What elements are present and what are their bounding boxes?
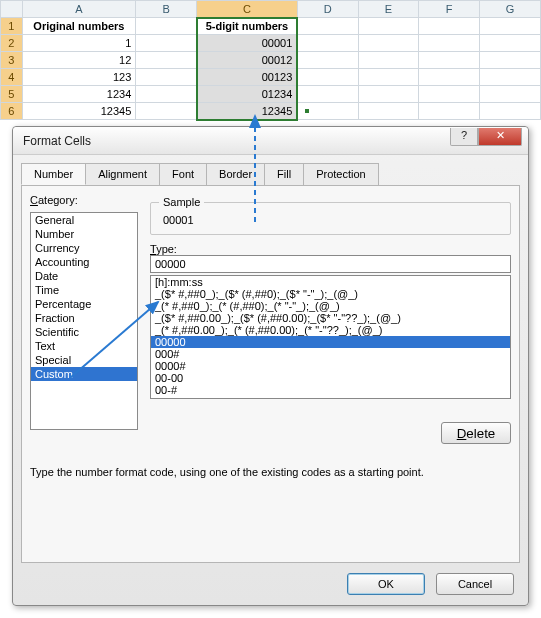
format-code-item[interactable]: 00-00 bbox=[151, 372, 510, 384]
type-label: Type: bbox=[150, 243, 511, 255]
row-header-4[interactable]: 4 bbox=[1, 69, 23, 86]
cell[interactable] bbox=[480, 18, 541, 35]
tab-strip: Number Alignment Font Border Fill Protec… bbox=[21, 163, 520, 185]
cell[interactable] bbox=[419, 18, 480, 35]
category-item[interactable]: General bbox=[31, 213, 137, 227]
format-code-item[interactable]: _(* #,##0.00_);_(* (#,##0.00);_(* "-"??_… bbox=[151, 324, 510, 336]
cell[interactable] bbox=[297, 69, 358, 86]
col-header-c[interactable]: C bbox=[197, 1, 298, 18]
cell[interactable] bbox=[419, 103, 480, 120]
cell[interactable] bbox=[419, 52, 480, 69]
row-header-6[interactable]: 6 bbox=[1, 103, 23, 120]
cell[interactable]: 12 bbox=[22, 52, 136, 69]
row-header-3[interactable]: 3 bbox=[1, 52, 23, 69]
cell[interactable] bbox=[480, 103, 541, 120]
row-header-1[interactable]: 1 bbox=[1, 18, 23, 35]
cell[interactable] bbox=[297, 18, 358, 35]
row-header-5[interactable]: 5 bbox=[1, 86, 23, 103]
format-code-item[interactable]: _(* #,##0_);_(* (#,##0);_(* "-"_);_(@_) bbox=[151, 300, 510, 312]
cell[interactable]: Original numbers bbox=[22, 18, 136, 35]
cell[interactable] bbox=[480, 52, 541, 69]
format-code-item[interactable]: 000-0000 bbox=[151, 396, 510, 399]
cell[interactable] bbox=[358, 69, 419, 86]
col-header-e[interactable]: E bbox=[358, 1, 419, 18]
col-header-f[interactable]: F bbox=[419, 1, 480, 18]
cell[interactable] bbox=[136, 69, 197, 86]
cell[interactable] bbox=[358, 35, 419, 52]
spreadsheet[interactable]: A B C D E F G 1 Original numbers 5-digit… bbox=[0, 0, 541, 121]
row-header-2[interactable]: 2 bbox=[1, 35, 23, 52]
cell[interactable]: 5-digit numbers bbox=[197, 18, 298, 35]
cell[interactable] bbox=[297, 52, 358, 69]
cell[interactable]: 00012 bbox=[197, 52, 298, 69]
format-code-item[interactable]: [h]:mm:ss bbox=[151, 276, 510, 288]
tab-number[interactable]: Number bbox=[21, 163, 86, 185]
cell[interactable] bbox=[297, 86, 358, 103]
tab-protection[interactable]: Protection bbox=[303, 163, 379, 185]
format-code-item[interactable]: 000# bbox=[151, 348, 510, 360]
tab-border[interactable]: Border bbox=[206, 163, 265, 185]
ok-button[interactable]: OK bbox=[347, 573, 425, 595]
cell[interactable]: 12345 bbox=[197, 103, 298, 120]
close-button[interactable]: ✕ bbox=[478, 128, 522, 146]
format-cells-dialog: Format Cells ? ✕ Number Alignment Font B… bbox=[12, 126, 529, 606]
category-item[interactable]: Date bbox=[31, 269, 137, 283]
cell[interactable] bbox=[480, 69, 541, 86]
category-item[interactable]: Number bbox=[31, 227, 137, 241]
cell[interactable] bbox=[297, 35, 358, 52]
cell[interactable] bbox=[136, 35, 197, 52]
cell[interactable] bbox=[136, 86, 197, 103]
category-item[interactable]: Percentage bbox=[31, 297, 137, 311]
col-header-g[interactable]: G bbox=[480, 1, 541, 18]
type-input[interactable] bbox=[150, 255, 511, 273]
delete-button[interactable]: Delete bbox=[441, 422, 511, 444]
format-code-item[interactable]: 00000 bbox=[151, 336, 510, 348]
category-item[interactable]: Currency bbox=[31, 241, 137, 255]
col-header-b[interactable]: B bbox=[136, 1, 197, 18]
tab-fill[interactable]: Fill bbox=[264, 163, 304, 185]
cell[interactable] bbox=[358, 103, 419, 120]
cell[interactable]: 01234 bbox=[197, 86, 298, 103]
dialog-title: Format Cells bbox=[23, 134, 91, 148]
col-header-d[interactable]: D bbox=[297, 1, 358, 18]
category-item[interactable]: Time bbox=[31, 283, 137, 297]
cell[interactable]: 00123 bbox=[197, 69, 298, 86]
cell[interactable] bbox=[136, 103, 197, 120]
category-item[interactable]: Special bbox=[31, 353, 137, 367]
format-code-item[interactable]: 0000# bbox=[151, 360, 510, 372]
format-code-item[interactable]: _($* #,##0.00_);_($* (#,##0.00);_($* "-"… bbox=[151, 312, 510, 324]
help-button[interactable]: ? bbox=[450, 128, 478, 146]
category-item[interactable]: Custom bbox=[31, 367, 137, 381]
format-code-listbox[interactable]: [h]:mm:ss_($* #,##0_);_($* (#,##0);_($* … bbox=[150, 275, 511, 399]
format-code-item[interactable]: 00-# bbox=[151, 384, 510, 396]
cell[interactable]: 1234 bbox=[22, 86, 136, 103]
category-item[interactable]: Accounting bbox=[31, 255, 137, 269]
cell[interactable] bbox=[358, 18, 419, 35]
cell[interactable]: 1 bbox=[22, 35, 136, 52]
category-listbox[interactable]: GeneralNumberCurrencyAccountingDateTimeP… bbox=[30, 212, 138, 430]
cell[interactable]: 00001 bbox=[197, 35, 298, 52]
format-code-item[interactable]: _($* #,##0_);_($* (#,##0);_($* "-"_);_(@… bbox=[151, 288, 510, 300]
cell[interactable] bbox=[419, 86, 480, 103]
cell[interactable] bbox=[136, 52, 197, 69]
sample-value: 00001 bbox=[159, 214, 502, 226]
cancel-button[interactable]: Cancel bbox=[436, 573, 514, 595]
tab-alignment[interactable]: Alignment bbox=[85, 163, 160, 185]
cell[interactable] bbox=[136, 18, 197, 35]
category-item[interactable]: Scientific bbox=[31, 325, 137, 339]
titlebar[interactable]: Format Cells ? ✕ bbox=[13, 127, 528, 155]
cell[interactable]: 123 bbox=[22, 69, 136, 86]
cell[interactable] bbox=[419, 35, 480, 52]
cell[interactable] bbox=[358, 52, 419, 69]
category-item[interactable]: Text bbox=[31, 339, 137, 353]
cell[interactable] bbox=[480, 35, 541, 52]
tab-font[interactable]: Font bbox=[159, 163, 207, 185]
select-all[interactable] bbox=[1, 1, 23, 18]
category-item[interactable]: Fraction bbox=[31, 311, 137, 325]
fill-handle[interactable] bbox=[304, 108, 310, 114]
cell[interactable] bbox=[480, 86, 541, 103]
cell[interactable]: 12345 bbox=[22, 103, 136, 120]
cell[interactable] bbox=[419, 69, 480, 86]
cell[interactable] bbox=[358, 86, 419, 103]
col-header-a[interactable]: A bbox=[22, 1, 136, 18]
